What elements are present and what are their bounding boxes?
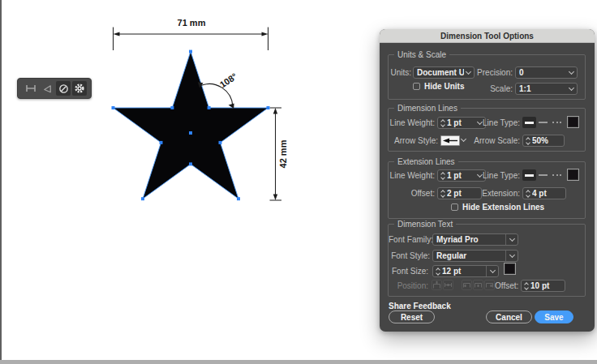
- extension-lines-section: Extension Lines Line Weight: 1 pt Line T…: [388, 161, 586, 219]
- scale-label: Scale:: [479, 84, 513, 93]
- dropdown-chevron-cell[interactable]: [505, 251, 518, 261]
- font-family-dropdown[interactable]: Myriad Pro: [432, 233, 518, 246]
- font-style-dropdown[interactable]: Regular: [432, 250, 518, 262]
- font-style-label: Font Style:: [389, 251, 430, 260]
- line-weight-label: Line Weight:: [389, 118, 435, 127]
- reset-button[interactable]: Reset: [389, 310, 435, 323]
- ext-line-weight-value: 1 pt: [447, 171, 475, 180]
- font-size-stepper[interactable]: 12 pt: [432, 265, 499, 277]
- arrow-scale-value: 50%: [532, 136, 560, 145]
- stepper-arrows-icon[interactable]: [436, 268, 440, 275]
- share-feedback-link[interactable]: Share Feedback: [389, 302, 451, 310]
- dimension-text-section: Dimension Text Font Family: Myriad Pro F…: [388, 224, 586, 297]
- stepper-arrows-icon[interactable]: [441, 191, 445, 197]
- font-family-value: Myriad Pro: [436, 235, 503, 244]
- precision-value: 0: [519, 68, 567, 77]
- angular-dimension-tool-button[interactable]: [40, 81, 54, 96]
- font-family-label: Font Family:: [389, 235, 430, 244]
- precision-dropdown[interactable]: 0: [515, 66, 578, 79]
- position-left-button[interactable]: [462, 280, 472, 290]
- units-value: Document Unit: [417, 68, 464, 77]
- hide-units-checkbox[interactable]: [413, 83, 420, 90]
- text-offset-stepper[interactable]: 10 pt: [521, 280, 565, 292]
- dashed-line-icon: [539, 174, 548, 176]
- ext-line-type-dashed-button[interactable]: [536, 169, 550, 181]
- ext-line-type-solid-button[interactable]: [522, 169, 536, 181]
- dropdown-chevron-cell[interactable]: [505, 234, 518, 245]
- star-artwork-canvas: 71 mm 108° 42 mm: [0, 0, 381, 364]
- dimension-lines-section-label: Dimension Lines: [394, 104, 461, 113]
- arrow-scale-stepper[interactable]: 50%: [522, 135, 565, 147]
- line-type-solid-button[interactable]: [522, 117, 536, 128]
- line-type-label: Line Type:: [474, 118, 520, 127]
- tool-options-button[interactable]: [72, 81, 87, 96]
- font-style-value: Regular: [436, 251, 503, 260]
- dimension-line-color-swatch[interactable]: [567, 116, 579, 128]
- text-right-icon: [485, 280, 494, 289]
- dimension-text-section-label: Dimension Text: [394, 220, 456, 229]
- remove-dimension-tool-button[interactable]: [56, 81, 71, 96]
- text-color-swatch[interactable]: [504, 263, 516, 275]
- linear-dimension-icon: [25, 84, 37, 93]
- dashed-line-icon: [539, 122, 548, 123]
- text-center-icon: [474, 280, 483, 289]
- dropdown-chevron-cell[interactable]: [486, 266, 498, 276]
- dimension-tool-options-dialog: Dimension Tool Options Units & Scale Uni…: [380, 29, 595, 332]
- stepper-arrows-icon[interactable]: [441, 120, 445, 126]
- arrow-style-dropdown[interactable]: [440, 135, 466, 146]
- stepper-arrows-icon[interactable]: [525, 283, 528, 289]
- text-left-icon: [462, 280, 471, 289]
- scale-value: 1:1: [519, 84, 567, 93]
- width-dimension-label: 71 mm: [178, 18, 206, 28]
- hide-extension-lines-checkbox[interactable]: [451, 203, 458, 211]
- position-right-button[interactable]: [484, 280, 495, 290]
- text-offset-value: 10 pt: [530, 281, 561, 290]
- dialog-title[interactable]: Dimension Tool Options: [380, 29, 595, 43]
- offset-label: Offset:: [395, 189, 435, 198]
- chevron-down-icon: [569, 84, 574, 90]
- position-above-button[interactable]: [432, 280, 442, 290]
- hide-extension-lines-label: Hide Extension Lines: [462, 203, 544, 212]
- application-window: 71 mm 108° 42 mm: [0, 0, 597, 364]
- dimension-lines-section: Dimension Lines Line Weight: 1 pt Line T…: [388, 108, 586, 152]
- scale-dropdown[interactable]: 1:1: [515, 83, 578, 95]
- position-center-on-line-button[interactable]: [443, 280, 453, 290]
- cancel-button[interactable]: Cancel: [486, 310, 532, 323]
- arrowhead-left: [114, 32, 120, 36]
- chevron-down-icon: [509, 235, 515, 241]
- linear-dimension-tool-button[interactable]: [24, 81, 38, 96]
- arrowhead-bottom: [273, 195, 277, 201]
- angle-dimension-label: 108°: [218, 71, 239, 90]
- dotted-line-icon: [552, 122, 561, 123]
- stepper-arrows-icon[interactable]: [441, 173, 445, 179]
- arrowhead-top: [273, 108, 277, 114]
- hide-units-label: Hide Units: [424, 82, 464, 91]
- extension-label: Extension:: [474, 189, 520, 198]
- arrow-scale-label: Arrow Scale:: [470, 136, 520, 145]
- width-dimension: [114, 28, 268, 51]
- text-on-line-icon: [444, 280, 453, 289]
- solid-line-icon: [525, 174, 534, 177]
- text-offset-label: Offset:: [495, 281, 518, 290]
- solid-line-icon: [525, 122, 534, 124]
- ext-line-type-label: Line Type:: [474, 171, 520, 180]
- line-type-buttons: [522, 117, 564, 128]
- extension-lines-section-label: Extension Lines: [394, 157, 458, 166]
- extension-line-color-swatch[interactable]: [567, 169, 579, 181]
- ext-line-type-dotted-button[interactable]: [550, 169, 564, 181]
- line-type-dashed-button[interactable]: [536, 117, 550, 128]
- star-shape[interactable]: [114, 52, 268, 199]
- chevron-down-icon: [569, 68, 574, 74]
- line-type-dotted-button[interactable]: [550, 117, 564, 128]
- units-dropdown[interactable]: Document Unit: [413, 66, 475, 79]
- units-scale-section-label: Units & Scale: [394, 50, 449, 59]
- units-label: Units:: [390, 68, 411, 77]
- circle-slash-icon: [58, 84, 69, 94]
- position-center-button[interactable]: [473, 280, 483, 290]
- ext-line-weight-label: Line Weight:: [389, 171, 435, 180]
- stepper-arrows-icon[interactable]: [526, 138, 530, 144]
- extension-stepper[interactable]: 4 pt: [522, 187, 566, 199]
- stepper-arrows-icon[interactable]: [526, 191, 530, 197]
- height-dimension-label: 42 mm: [278, 139, 288, 168]
- save-button[interactable]: Save: [535, 310, 573, 323]
